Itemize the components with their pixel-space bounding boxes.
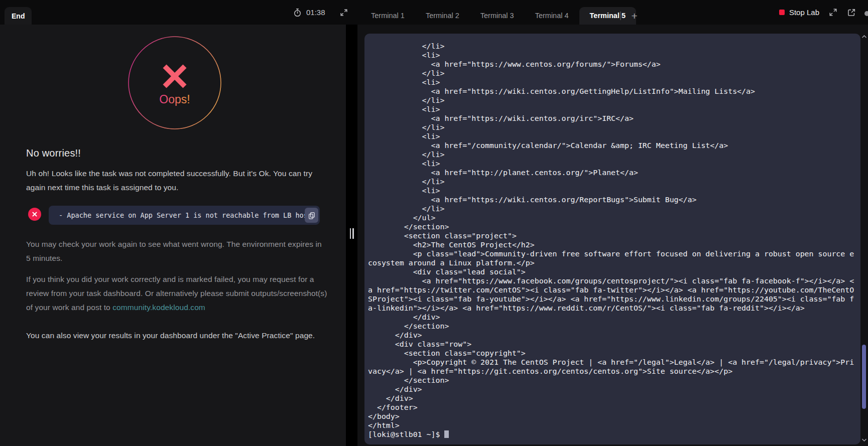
terminal-prompt: [loki@stlb01 ~]$: [368, 430, 444, 439]
topbar-right-controls: Stop Lab: [779, 0, 856, 25]
oops-failure-badge: Oops!: [128, 36, 221, 129]
open-in-new-icon[interactable]: [847, 8, 856, 17]
result-paragraph-1: Uh oh! Looks like the task was not compl…: [26, 167, 325, 195]
error-message-chip: - Apache service on App Server 1 is not …: [49, 206, 320, 225]
result-paragraph-3: If you think you did your work correctly…: [26, 272, 327, 315]
x-mark-icon: [165, 66, 185, 86]
community-link[interactable]: community.kodekloud.com: [112, 303, 205, 312]
stop-lab-button[interactable]: Stop Lab: [779, 8, 819, 17]
result-paragraph-2: You may check your work again to see wha…: [26, 237, 325, 265]
error-row: - Apache service on App Server 1 is not …: [0, 206, 346, 225]
result-paragraph-4: You can also view your results in your d…: [26, 329, 327, 343]
error-x-icon: [28, 208, 41, 221]
terminal-tab-strip: Terminal 1Terminal 2Terminal 3Terminal 4…: [360, 7, 636, 25]
copy-icon: [308, 211, 316, 219]
tab-separator: [620, 12, 621, 20]
tab-terminal-3[interactable]: Terminal 3: [470, 7, 525, 25]
timer-value: 01:38: [306, 8, 325, 17]
stopwatch-icon: [293, 8, 302, 17]
panel-divider: [346, 25, 357, 446]
copy-button[interactable]: [305, 208, 318, 223]
tab-terminal-4[interactable]: Terminal 4: [525, 7, 579, 25]
stop-icon: [779, 10, 785, 15]
task-result-panel: Oops! No worries!! Uh oh! Looks like the…: [0, 25, 346, 446]
scroll-up-icon[interactable]: [861, 35, 867, 39]
oops-label: Oops!: [159, 93, 190, 106]
terminal-code: </li> <li> <a href="https://www.centos.o…: [368, 42, 854, 430]
clipped-edge-icon[interactable]: [864, 11, 868, 16]
terminal-panel: </li> <li> <a href="https://www.centos.o…: [357, 25, 868, 446]
tab-terminal-2[interactable]: Terminal 2: [415, 7, 470, 25]
tab-terminal-1[interactable]: Terminal 1: [360, 7, 415, 25]
end-tab[interactable]: End: [5, 7, 32, 25]
expand-icon[interactable]: [340, 9, 348, 17]
error-message-text: - Apache service on App Server 1 is not …: [49, 211, 312, 219]
gradient-ring: [129, 37, 221, 129]
terminal-cursor: [444, 430, 449, 438]
terminal-screen[interactable]: </li> <li> <a href="https://www.centos.o…: [364, 34, 860, 444]
fullscreen-icon[interactable]: [829, 8, 837, 17]
terminal-output: </li> <li> <a href="https://www.centos.o…: [364, 34, 860, 439]
result-heading: No worries!!: [26, 147, 81, 159]
timer-group: 01:38: [293, 0, 348, 25]
scrollbar-thumb[interactable]: [862, 345, 866, 409]
top-bar: End 01:38 Terminal 1Terminal 2Terminal 3…: [0, 0, 868, 25]
stop-lab-label: Stop Lab: [789, 8, 819, 17]
scroll-down-icon[interactable]: [861, 438, 867, 442]
new-terminal-button[interactable]: +: [629, 7, 641, 25]
terminal-scrollbar[interactable]: [861, 34, 867, 443]
divider-drag-handle[interactable]: [350, 228, 354, 239]
